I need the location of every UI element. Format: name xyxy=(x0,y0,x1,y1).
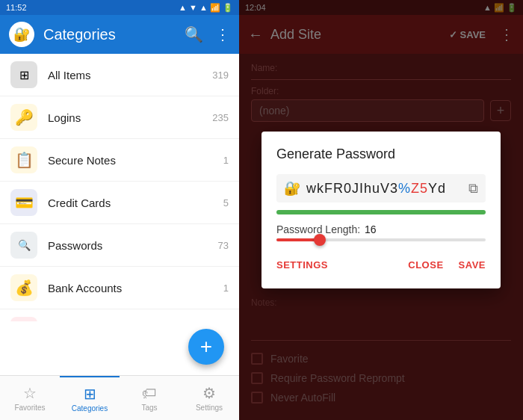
category-label: Secure Notes xyxy=(48,154,213,167)
right-panel: 12:04 ▲ 📶 🔋 ← Add Site ✓ SAVE ⋮ Name: Fo… xyxy=(239,0,523,420)
nav-favorites[interactable]: ☆ Favorites xyxy=(0,376,60,420)
slider-thumb[interactable] xyxy=(314,234,326,246)
category-label: Logins xyxy=(48,111,202,124)
nav-categories-label: Categories xyxy=(72,404,108,413)
settings-icon: ⚙ xyxy=(202,384,216,402)
length-value: 16 xyxy=(365,223,377,235)
bank-accounts-icon: 💰 xyxy=(10,274,37,301)
category-item-software-licenses[interactable]: 🎫 Software Licenses 4 xyxy=(0,309,239,321)
category-label: Passwords xyxy=(48,239,208,252)
category-count: 1 xyxy=(223,155,229,166)
category-count: 1 xyxy=(223,282,229,294)
search-icon[interactable]: 🔍 xyxy=(185,25,203,43)
credit-cards-icon: 💳 xyxy=(10,189,37,216)
category-label: Credit Cards xyxy=(48,197,213,209)
category-item-credit-cards[interactable]: 💳 Credit Cards 5 xyxy=(0,182,239,224)
category-item-bank-accounts[interactable]: 💰 Bank Accounts 1 xyxy=(0,267,239,309)
nav-tags-label: Tags xyxy=(141,404,157,412)
bottom-navigation: ☆ Favorites ⊞ Categories 🏷 Tags ⚙ Settin… xyxy=(0,375,239,420)
password-highlight: Z5 xyxy=(411,181,428,196)
categories-nav-icon: ⊞ xyxy=(84,385,96,403)
password-special-char: % xyxy=(398,181,411,196)
category-item-passwords[interactable]: 🔍 Passwords 73 xyxy=(0,224,239,267)
more-options-icon[interactable]: ⋮ xyxy=(215,25,230,43)
dialog-save-button[interactable]: SAVE xyxy=(459,256,486,274)
settings-button[interactable]: SETTINGS xyxy=(276,256,328,274)
category-item-all-items[interactable]: ⊞ All Items 319 xyxy=(0,54,239,96)
app-logo: 🔐 xyxy=(9,22,34,47)
lock-icon: 🔐 xyxy=(284,180,300,197)
passwords-icon: 🔍 xyxy=(10,232,37,259)
category-item-secure-notes[interactable]: 📋 Secure Notes 1 xyxy=(0,139,239,182)
length-row: Password Length: 16 xyxy=(276,223,486,235)
nav-categories[interactable]: ⊞ Categories xyxy=(60,376,120,420)
logins-icon: 🔑 xyxy=(10,104,37,131)
category-count: 73 xyxy=(218,240,229,251)
fab-container: + xyxy=(0,321,239,375)
password-display: 🔐 wkFR0JIhuV3%Z5Yd ⧉ xyxy=(276,174,486,203)
favorites-icon: ☆ xyxy=(23,384,37,402)
slider-track xyxy=(276,238,486,241)
left-status-bar: 11:52 ▲ ▼ ▲ 📶 🔋 xyxy=(0,0,239,15)
left-panel: 11:52 ▲ ▼ ▲ 📶 🔋 🔐 Categories 🔍 ⋮ ⊞ All I… xyxy=(0,0,239,420)
add-fab-button[interactable]: + xyxy=(188,329,224,365)
password-strength-bar xyxy=(276,210,486,214)
status-icons: ▲ ▼ ▲ 📶 🔋 xyxy=(179,3,233,13)
secure-notes-icon: 📋 xyxy=(10,146,37,173)
nav-settings-label: Settings xyxy=(196,404,223,412)
page-title: Categories xyxy=(43,26,176,43)
top-bar-actions: 🔍 ⋮ xyxy=(185,25,230,43)
slider-fill xyxy=(276,238,318,241)
dialog-title: Generate Password xyxy=(276,146,486,162)
copy-icon[interactable]: ⧉ xyxy=(468,181,478,197)
left-top-bar: 🔐 Categories 🔍 ⋮ xyxy=(0,15,239,54)
category-count: 319 xyxy=(212,70,229,81)
all-items-icon: ⊞ xyxy=(10,61,37,88)
category-label: All Items xyxy=(48,69,202,81)
category-count: 5 xyxy=(223,197,229,209)
status-time: 11:52 xyxy=(6,3,27,12)
close-button[interactable]: CLOSE xyxy=(408,256,443,274)
dialog-actions: SETTINGS CLOSE SAVE xyxy=(276,253,486,274)
nav-tags[interactable]: 🏷 Tags xyxy=(120,376,179,420)
category-list: ⊞ All Items 319 🔑 Logins 235 📋 Secure No… xyxy=(0,54,239,321)
generated-password: wkFR0JIhuV3%Z5Yd xyxy=(306,181,462,197)
generate-password-dialog: Generate Password 🔐 wkFR0JIhuV3%Z5Yd ⧉ P… xyxy=(262,132,501,288)
nav-settings[interactable]: ⚙ Settings xyxy=(179,376,239,420)
category-label: Bank Accounts xyxy=(48,282,213,294)
category-count: 235 xyxy=(212,112,229,123)
dialog-overlay: Generate Password 🔐 wkFR0JIhuV3%Z5Yd ⧉ P… xyxy=(239,0,523,420)
nav-favorites-label: Favorites xyxy=(14,404,45,412)
category-item-logins[interactable]: 🔑 Logins 235 xyxy=(0,96,239,139)
length-slider-container xyxy=(276,238,486,241)
dialog-right-buttons: CLOSE SAVE xyxy=(408,256,486,274)
tags-icon: 🏷 xyxy=(142,385,157,402)
